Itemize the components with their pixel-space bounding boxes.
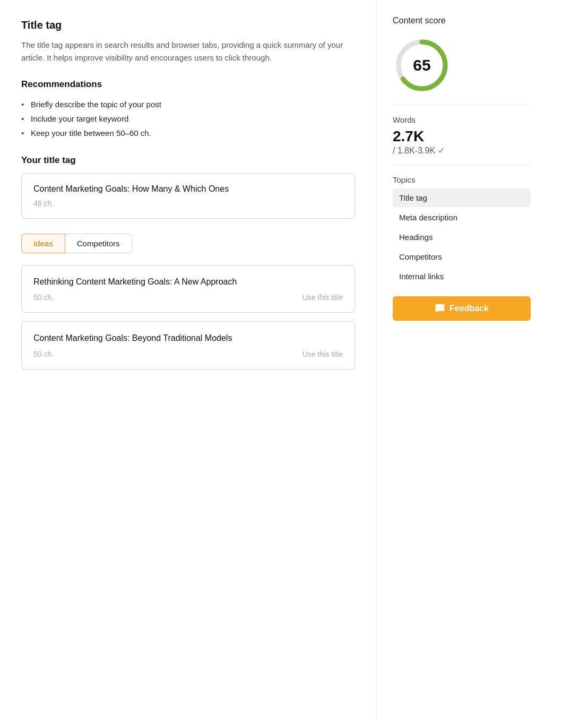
idea-card-1-footer: 50 ch. Use this title [33, 293, 343, 302]
words-display: 2.7K / 1.8K-3.9K ✓ [393, 127, 531, 156]
title-tag-chars: 46 ch. [33, 199, 343, 208]
topic-headings[interactable]: Headings [393, 228, 531, 246]
ideas-list: Rethinking Content Marketing Goals: A Ne… [21, 265, 355, 370]
use-this-title-1[interactable]: Use this title [302, 293, 343, 302]
idea-card-2-chars: 50 ch. [33, 350, 54, 358]
score-number: 65 [413, 56, 430, 74]
content-score-label: Content score [393, 16, 531, 25]
idea-card-1-chars: 50 ch. [33, 293, 54, 302]
tabs-row: Ideas Competitors [21, 234, 355, 253]
feedback-button[interactable]: Feedback [393, 296, 531, 321]
idea-card-2-footer: 50 ch. Use this title [33, 350, 343, 358]
description-text: The title tag appears in search results … [21, 39, 355, 64]
idea-card-2: Content Marketing Goals: Beyond Traditio… [21, 321, 355, 369]
words-label: Words [393, 115, 531, 124]
words-range: / 1.8K-3.9K [393, 146, 435, 155]
check-icon: ✓ [438, 146, 445, 155]
recommendation-item-1: Briefly describe the topic of your post [21, 97, 355, 112]
use-this-title-2[interactable]: Use this title [302, 350, 343, 358]
words-value: 2.7K [393, 128, 424, 144]
title-tag-text: Content Marketing Goals: How Many & Whic… [33, 184, 343, 194]
topic-meta-description[interactable]: Meta description [393, 208, 531, 227]
idea-card-1-title: Rethinking Content Marketing Goals: A Ne… [33, 276, 343, 288]
divider-1 [393, 105, 531, 106]
recommendations-list: Briefly describe the topic of your post … [21, 97, 355, 140]
recommendation-item-3: Keep your title between 50–60 ch. [21, 126, 355, 140]
topic-title-tag[interactable]: Title tag [393, 188, 531, 207]
topics-label: Topics [393, 175, 531, 184]
idea-card-1: Rethinking Content Marketing Goals: A Ne… [21, 265, 355, 313]
idea-card-2-title: Content Marketing Goals: Beyond Traditio… [33, 332, 343, 344]
feedback-icon [435, 303, 445, 314]
app-layout: Title tag The title tag appears in searc… [0, 0, 588, 720]
topic-internal-links[interactable]: Internal links [393, 267, 531, 286]
score-circle: 65 [393, 36, 451, 95]
sidebar: Content score 65 Words 2.7K / 1.8K-3.9K … [377, 0, 547, 720]
score-circle-container: 65 [393, 36, 531, 95]
main-panel: Title tag The title tag appears in searc… [0, 0, 377, 720]
divider-2 [393, 165, 531, 166]
tab-ideas[interactable]: Ideas [21, 234, 65, 253]
tab-competitors[interactable]: Competitors [65, 234, 132, 253]
feedback-label: Feedback [449, 304, 489, 313]
topic-competitors[interactable]: Competitors [393, 247, 531, 266]
your-title-label: Your title tag [21, 155, 355, 166]
section-title: Title tag [21, 19, 355, 31]
recommendations-title: Recommendations [21, 79, 355, 90]
title-tag-box: Content Marketing Goals: How Many & Whic… [21, 173, 355, 219]
topics-list: Title tag Meta description Headings Comp… [393, 188, 531, 286]
recommendation-item-2: Include your target keyword [21, 112, 355, 126]
